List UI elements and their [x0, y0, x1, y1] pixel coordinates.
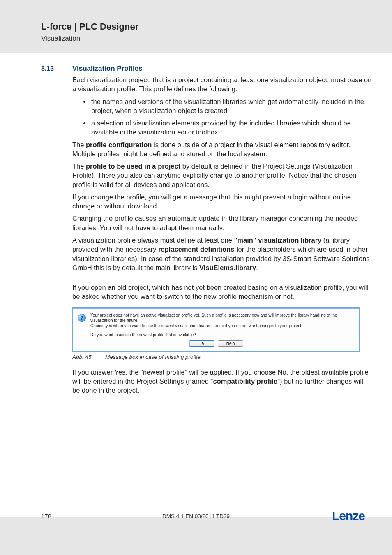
no-button[interactable]: Nein	[218, 340, 243, 347]
question-icon: ?	[77, 313, 86, 322]
figure-messagebox: ? Your project does not have an active v…	[72, 307, 360, 352]
dialog-text: Your project does not have an active vis…	[90, 312, 355, 328]
page-footer: 178 DMS 4.1 EN 03/2011 TD29 Lenze	[0, 509, 392, 523]
document-id: DMS 4.1 EN 03/2011 TD29	[162, 513, 230, 519]
paragraph: The profile configuration is done outsid…	[72, 140, 372, 159]
paragraph: Each visualization project, that is a pr…	[72, 75, 372, 94]
section-number: 8.13	[41, 65, 59, 72]
paragraph: If you answer Yes, the "newest profile" …	[72, 368, 372, 395]
dialog-question: Do you want to assign the newest profile…	[73, 330, 359, 338]
list-item: the names and versions of the visualizat…	[90, 97, 372, 116]
paragraph: If you open an old project, which has no…	[72, 283, 372, 301]
section-heading: 8.13 Visualization Profiles	[41, 65, 376, 73]
lenze-logo: Lenze	[332, 509, 365, 523]
svg-text:?: ?	[80, 314, 83, 321]
page-header: L-force | PLC Designer Visualization	[0, 0, 392, 43]
product-title: L-force | PLC Designer	[41, 21, 392, 32]
paragraph: Changing the profile causes an automatic…	[72, 214, 372, 232]
paragraph: The profile to be used in a project by d…	[72, 162, 372, 189]
section-title: Visualization Profiles	[72, 65, 143, 73]
bullet-list: the names and versions of the visualizat…	[72, 97, 372, 137]
dialog-box: ? Your project does not have an active v…	[72, 307, 360, 352]
page-number: 178	[41, 513, 51, 520]
page-body: 8.13 Visualization Profiles Each visuali…	[0, 53, 392, 517]
chapter-subtitle: Visualization	[41, 35, 392, 43]
paragraph: A visualization profile always must defi…	[72, 236, 372, 272]
yes-button[interactable]: Ja	[189, 340, 214, 347]
paragraph: If you change the profile, you will get …	[72, 192, 372, 211]
figure-caption: Abb. 45Message box in case of missing pr…	[72, 354, 376, 360]
list-item: a selection of visualization elements pr…	[90, 118, 372, 137]
